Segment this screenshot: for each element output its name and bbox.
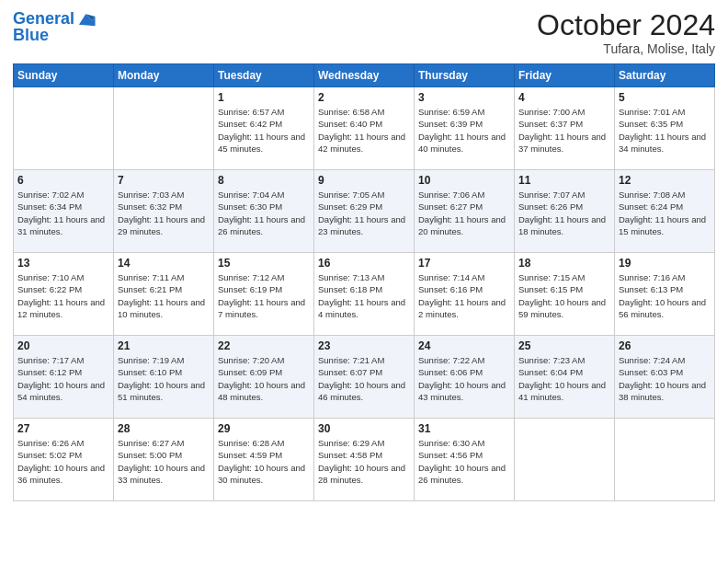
- calendar-cell: 5Sunrise: 7:01 AMSunset: 6:35 PMDaylight…: [615, 87, 715, 170]
- day-number: 22: [218, 339, 310, 352]
- weekday-header-monday: Monday: [114, 64, 214, 87]
- day-number: 4: [518, 91, 610, 104]
- day-number: 25: [518, 339, 610, 352]
- calendar-cell: 26Sunrise: 7:24 AMSunset: 6:03 PMDayligh…: [615, 336, 715, 419]
- calendar-cell: 24Sunrise: 7:22 AMSunset: 6:06 PMDayligh…: [415, 336, 515, 419]
- day-info: Sunrise: 6:28 AMSunset: 4:59 PMDaylight:…: [218, 437, 310, 486]
- weekday-header-saturday: Saturday: [615, 64, 715, 87]
- calendar-cell: 14Sunrise: 7:11 AMSunset: 6:21 PMDayligh…: [114, 253, 214, 336]
- calendar-cell: 19Sunrise: 7:16 AMSunset: 6:13 PMDayligh…: [615, 253, 715, 336]
- day-info: Sunrise: 7:15 AMSunset: 6:15 PMDaylight:…: [518, 271, 610, 320]
- day-info: Sunrise: 6:30 AMSunset: 4:56 PMDaylight:…: [418, 437, 510, 486]
- page: General Blue October 2024 Tufara, Molise…: [0, 0, 728, 563]
- day-info: Sunrise: 7:03 AMSunset: 6:32 PMDaylight:…: [118, 189, 210, 237]
- day-info: Sunrise: 7:16 AMSunset: 6:13 PMDaylight:…: [619, 271, 711, 320]
- day-number: 6: [17, 174, 109, 187]
- day-number: 1: [218, 91, 310, 104]
- calendar-cell: [615, 419, 715, 501]
- day-info: Sunrise: 7:22 AMSunset: 6:06 PMDaylight:…: [418, 354, 510, 403]
- day-info: Sunrise: 7:10 AMSunset: 6:22 PMDaylight:…: [17, 271, 109, 320]
- weekday-header-thursday: Thursday: [415, 64, 515, 87]
- day-info: Sunrise: 7:20 AMSunset: 6:09 PMDaylight:…: [218, 354, 310, 403]
- calendar-cell: 18Sunrise: 7:15 AMSunset: 6:15 PMDayligh…: [515, 253, 615, 336]
- calendar-cell: [515, 419, 615, 501]
- day-number: 8: [218, 174, 310, 187]
- weekday-header-tuesday: Tuesday: [214, 64, 314, 87]
- calendar-cell: 29Sunrise: 6:28 AMSunset: 4:59 PMDayligh…: [214, 419, 314, 501]
- calendar-cell: [114, 87, 214, 170]
- day-number: 16: [318, 257, 410, 270]
- day-info: Sunrise: 7:21 AMSunset: 6:07 PMDaylight:…: [318, 354, 410, 403]
- day-info: Sunrise: 7:13 AMSunset: 6:18 PMDaylight:…: [318, 271, 410, 320]
- day-info: Sunrise: 7:05 AMSunset: 6:29 PMDaylight:…: [318, 189, 410, 237]
- day-number: 14: [118, 257, 210, 270]
- day-number: 5: [619, 91, 711, 104]
- calendar-cell: [14, 87, 114, 170]
- day-number: 30: [318, 422, 410, 435]
- calendar-cell: 4Sunrise: 7:00 AMSunset: 6:37 PMDaylight…: [515, 87, 615, 170]
- calendar-cell: 30Sunrise: 6:29 AMSunset: 4:58 PMDayligh…: [314, 419, 415, 501]
- day-number: 29: [218, 422, 310, 435]
- calendar-cell: 17Sunrise: 7:14 AMSunset: 6:16 PMDayligh…: [415, 253, 515, 336]
- day-number: 15: [218, 257, 310, 270]
- day-info: Sunrise: 6:59 AMSunset: 6:39 PMDaylight:…: [418, 106, 510, 155]
- day-number: 17: [418, 257, 510, 270]
- day-number: 31: [418, 422, 510, 435]
- calendar-cell: 11Sunrise: 7:07 AMSunset: 6:26 PMDayligh…: [515, 170, 615, 253]
- calendar-cell: 31Sunrise: 6:30 AMSunset: 4:56 PMDayligh…: [415, 419, 515, 501]
- calendar-cell: 3Sunrise: 6:59 AMSunset: 6:39 PMDaylight…: [415, 87, 515, 170]
- calendar-cell: 7Sunrise: 7:03 AMSunset: 6:32 PMDaylight…: [114, 170, 214, 253]
- day-info: Sunrise: 7:08 AMSunset: 6:24 PMDaylight:…: [619, 189, 711, 237]
- day-info: Sunrise: 7:04 AMSunset: 6:30 PMDaylight:…: [218, 189, 310, 237]
- calendar-cell: 22Sunrise: 7:20 AMSunset: 6:09 PMDayligh…: [214, 336, 314, 419]
- day-number: 27: [17, 422, 109, 435]
- location: Tufara, Molise, Italy: [537, 41, 715, 56]
- calendar-cell: 21Sunrise: 7:19 AMSunset: 6:10 PMDayligh…: [114, 336, 214, 419]
- day-number: 26: [619, 339, 711, 352]
- logo: General Blue: [13, 9, 97, 45]
- day-info: Sunrise: 7:19 AMSunset: 6:10 PMDaylight:…: [118, 354, 210, 403]
- day-info: Sunrise: 7:02 AMSunset: 6:34 PMDaylight:…: [17, 189, 109, 237]
- day-number: 20: [17, 339, 109, 352]
- calendar-cell: 15Sunrise: 7:12 AMSunset: 6:19 PMDayligh…: [214, 253, 314, 336]
- logo-icon: [76, 9, 97, 29]
- day-info: Sunrise: 7:11 AMSunset: 6:21 PMDaylight:…: [118, 271, 210, 320]
- day-info: Sunrise: 6:29 AMSunset: 4:58 PMDaylight:…: [318, 437, 410, 486]
- calendar-cell: 27Sunrise: 6:26 AMSunset: 5:02 PMDayligh…: [14, 419, 114, 501]
- calendar-cell: 2Sunrise: 6:58 AMSunset: 6:40 PMDaylight…: [314, 87, 415, 170]
- day-number: 23: [318, 339, 410, 352]
- calendar-cell: 13Sunrise: 7:10 AMSunset: 6:22 PMDayligh…: [14, 253, 114, 336]
- calendar-cell: 16Sunrise: 7:13 AMSunset: 6:18 PMDayligh…: [314, 253, 415, 336]
- title-block: October 2024 Tufara, Molise, Italy: [537, 9, 715, 56]
- calendar-cell: 25Sunrise: 7:23 AMSunset: 6:04 PMDayligh…: [515, 336, 615, 419]
- day-info: Sunrise: 6:58 AMSunset: 6:40 PMDaylight:…: [318, 106, 410, 155]
- day-info: Sunrise: 7:14 AMSunset: 6:16 PMDaylight:…: [418, 271, 510, 320]
- day-number: 28: [118, 422, 210, 435]
- day-number: 13: [17, 257, 109, 270]
- day-info: Sunrise: 7:17 AMSunset: 6:12 PMDaylight:…: [17, 354, 109, 403]
- day-info: Sunrise: 7:00 AMSunset: 6:37 PMDaylight:…: [518, 106, 610, 155]
- weekday-header-wednesday: Wednesday: [314, 64, 415, 87]
- calendar-cell: 1Sunrise: 6:57 AMSunset: 6:42 PMDaylight…: [214, 87, 314, 170]
- weekday-header-friday: Friday: [515, 64, 615, 87]
- day-info: Sunrise: 7:24 AMSunset: 6:03 PMDaylight:…: [619, 354, 711, 403]
- calendar-cell: 6Sunrise: 7:02 AMSunset: 6:34 PMDaylight…: [14, 170, 114, 253]
- calendar-cell: 10Sunrise: 7:06 AMSunset: 6:27 PMDayligh…: [415, 170, 515, 253]
- day-info: Sunrise: 6:26 AMSunset: 5:02 PMDaylight:…: [17, 437, 109, 486]
- calendar-cell: 28Sunrise: 6:27 AMSunset: 5:00 PMDayligh…: [114, 419, 214, 501]
- header: General Blue October 2024 Tufara, Molise…: [13, 9, 715, 56]
- day-number: 21: [118, 339, 210, 352]
- calendar-cell: 8Sunrise: 7:04 AMSunset: 6:30 PMDaylight…: [214, 170, 314, 253]
- day-number: 2: [318, 91, 410, 104]
- calendar-cell: 12Sunrise: 7:08 AMSunset: 6:24 PMDayligh…: [615, 170, 715, 253]
- day-info: Sunrise: 7:01 AMSunset: 6:35 PMDaylight:…: [619, 106, 711, 155]
- weekday-header-sunday: Sunday: [14, 64, 114, 87]
- day-info: Sunrise: 6:27 AMSunset: 5:00 PMDaylight:…: [118, 437, 210, 486]
- day-number: 24: [418, 339, 510, 352]
- month-title: October 2024: [537, 9, 715, 41]
- day-number: 9: [318, 174, 410, 187]
- day-info: Sunrise: 7:06 AMSunset: 6:27 PMDaylight:…: [418, 189, 510, 237]
- calendar-cell: 9Sunrise: 7:05 AMSunset: 6:29 PMDaylight…: [314, 170, 415, 253]
- day-info: Sunrise: 7:07 AMSunset: 6:26 PMDaylight:…: [518, 189, 610, 237]
- calendar-table: SundayMondayTuesdayWednesdayThursdayFrid…: [13, 63, 715, 501]
